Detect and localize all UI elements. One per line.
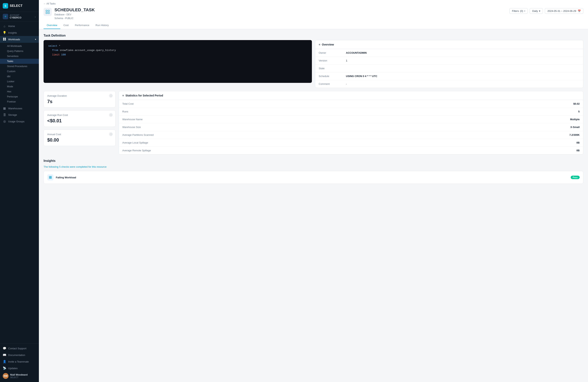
sidebar-item-contact-support[interactable]: 💬 Contact Support: [0, 345, 39, 352]
insight-card-failing-workload[interactable]: Failing Workload Pass: [43, 171, 583, 184]
account-selector[interactable]: ❄ Account CYBERCO ⌄: [0, 12, 39, 21]
page-title-info: SCHEDULED_TASK Database - DEV Schema - P…: [54, 7, 95, 20]
stored-procedures-label: Stored Procedures: [7, 65, 27, 68]
metric-avg-run-cost: Average Run Cost <$0.01 ⓘ: [43, 110, 116, 127]
page-database: Database - DEV: [54, 13, 95, 17]
code-select: select: [48, 44, 57, 47]
insights-section: Insights The following 5 checks were com…: [43, 159, 583, 184]
tab-performance[interactable]: Performance: [72, 22, 92, 29]
insights-subtitle: The following 5 checks were completed fo…: [43, 165, 583, 168]
account-info: Account CYBERCO: [10, 14, 33, 19]
sidebar-item-insights[interactable]: 💡 Insights: [0, 29, 39, 36]
storage-icon: 🗄: [3, 113, 6, 117]
avg-run-cost-info-button[interactable]: ⓘ: [109, 113, 113, 117]
sidebar-item-dbt[interactable]: dbt: [0, 74, 39, 79]
sidebar-nav: ⌂ Home 💡 Insights Workloads ▾ All Worklo…: [0, 21, 39, 343]
warehouses-icon: ▦: [3, 106, 6, 110]
sidebar-item-custom[interactable]: Custom: [0, 69, 39, 74]
stats-row-avg-local-spillage: Average Local Spillage 0B: [119, 139, 583, 147]
user-subtitle: SELECT: [10, 376, 36, 379]
avatar: NW: [3, 373, 9, 379]
tab-overview[interactable]: Overview: [43, 22, 60, 29]
overview-row-schedule: Schedule USING CRON 0 4 * * * UTC: [315, 72, 583, 80]
svg-rect-11: [51, 178, 52, 179]
metric-cards: Average Duration 7s ⓘ Average Run Cost <…: [43, 91, 116, 151]
stats-row-warehouse-name: Warehouse Name Multiple: [119, 116, 583, 123]
user-info: Niall Woodward SELECT: [10, 373, 36, 379]
tab-cost[interactable]: Cost: [60, 22, 72, 29]
breadcrumb-back[interactable]: ← All Tasks: [43, 2, 56, 5]
svg-rect-9: [51, 176, 52, 177]
updates-icon: 📡: [3, 366, 6, 370]
sidebar-item-invite-teammate[interactable]: 👤 Invite a Teammate: [0, 358, 39, 365]
insights-title: Insights: [43, 159, 583, 163]
sidebar-item-updates[interactable]: 📡 Updates: [0, 365, 39, 371]
sidebar-item-documentation[interactable]: 📖 Documentation: [0, 352, 39, 358]
usage-groups-label: Usage Groups: [8, 120, 24, 123]
sidebar-item-looker[interactable]: Looker: [0, 79, 39, 84]
sidebar-item-serverless[interactable]: Serverless: [0, 54, 39, 59]
period-button[interactable]: Daily ▾: [530, 8, 543, 14]
filters-count: (0): [520, 10, 523, 12]
app-logo-icon: S: [3, 3, 8, 9]
overview-panel-header: ≡ Overview: [315, 40, 583, 49]
sidebar-item-tasks[interactable]: Tasks: [0, 59, 39, 64]
sidebar-item-query-patterns[interactable]: Query Patterns: [0, 49, 39, 54]
warehouses-label: Warehouses: [8, 107, 22, 110]
sidebar-item-home[interactable]: ⌂ Home: [0, 23, 39, 29]
statistics-panel: ≡ Statistics for Selected Period Total C…: [119, 91, 583, 154]
code-star: *: [59, 44, 61, 47]
workloads-icon: [3, 38, 6, 41]
sidebar-item-usage-groups[interactable]: ◎ Usage Groups: [0, 118, 39, 125]
usage-groups-icon: ◎: [3, 120, 6, 123]
sidebar-item-storage[interactable]: 🗄 Storage: [0, 112, 39, 118]
sidebar-item-fivetran[interactable]: Fivetran: [0, 99, 39, 104]
insight-icon: [47, 174, 53, 180]
mode-label: Mode: [7, 85, 13, 88]
workloads-subnav: All Workloads Query Patterns Serverless …: [0, 43, 39, 105]
sidebar-item-label: Workloads: [8, 38, 20, 41]
serverless-label: Serverless: [7, 55, 19, 58]
sidebar-item-warehouses[interactable]: ▦ Warehouses: [0, 105, 39, 112]
user-name: Niall Woodward: [10, 373, 36, 376]
list-icon: ≡: [319, 43, 320, 46]
user-profile[interactable]: NW Niall Woodward SELECT: [0, 371, 39, 381]
svg-rect-5: [48, 10, 49, 11]
date-range-button[interactable]: 2024-05-31 ~ 2024-06-29 📅: [545, 8, 583, 14]
periscope-label: Periscope: [7, 95, 18, 98]
account-name: CYBERCO: [10, 16, 33, 19]
code-block: select * from snowflake.account_usage.qu…: [43, 40, 312, 83]
sidebar-item-workloads[interactable]: Workloads ▾: [0, 36, 39, 43]
stats-row-total-cost: Total Cost $0.02: [119, 100, 583, 108]
sidebar-item-periscope[interactable]: Periscope: [0, 94, 39, 99]
sidebar-item-mode[interactable]: Mode: [0, 84, 39, 89]
tab-run-history[interactable]: Run History: [92, 22, 112, 29]
avg-duration-info-button[interactable]: ⓘ: [109, 94, 113, 97]
insight-card-title: Failing Workload: [56, 176, 76, 179]
sidebar-item-hex[interactable]: Hex: [0, 89, 39, 94]
invite-teammate-icon: 👤: [3, 360, 6, 363]
page-title-area: SCHEDULED_TASK Database - DEV Schema - P…: [43, 7, 95, 20]
stats-row-avg-partitions: Average Partitions Scanned 7.2/300K: [119, 131, 583, 139]
sidebar-bottom: 💬 Contact Support 📖 Documentation 👤 Invi…: [0, 343, 39, 382]
storage-label: Storage: [8, 113, 17, 116]
sidebar: S SELECT ❄ Account CYBERCO ⌄ ⌂ Home 💡 In…: [0, 0, 39, 382]
sidebar-item-all-workloads[interactable]: All Workloads: [0, 43, 39, 49]
filters-button[interactable]: Filters (0) ▾: [509, 8, 528, 14]
bottom-grid: Average Duration 7s ⓘ Average Run Cost <…: [43, 91, 583, 154]
filters-label: Filters: [512, 10, 519, 12]
overview-row-state: State: [315, 64, 583, 72]
date-range-label: 2024-05-31 ~ 2024-06-29: [547, 10, 576, 12]
statistics-panel-header: ≡ Statistics for Selected Period: [119, 91, 583, 100]
annual-cost-info-button[interactable]: ⓘ: [109, 132, 113, 136]
documentation-label: Documentation: [8, 354, 25, 357]
stats-row-avg-remote-spillage: Average Remote Spillage 0B: [119, 147, 583, 154]
svg-rect-1: [5, 38, 6, 39]
query-patterns-label: Query Patterns: [7, 50, 23, 53]
breadcrumb[interactable]: ← All Tasks: [43, 2, 583, 5]
svg-rect-0: [3, 38, 4, 39]
metric-annual-cost: Annual Cost $0.00 ⓘ: [43, 129, 116, 146]
page-title: SCHEDULED_TASK: [54, 7, 95, 12]
svg-rect-10: [49, 178, 50, 179]
sidebar-item-stored-procedures[interactable]: Stored Procedures: [0, 64, 39, 69]
